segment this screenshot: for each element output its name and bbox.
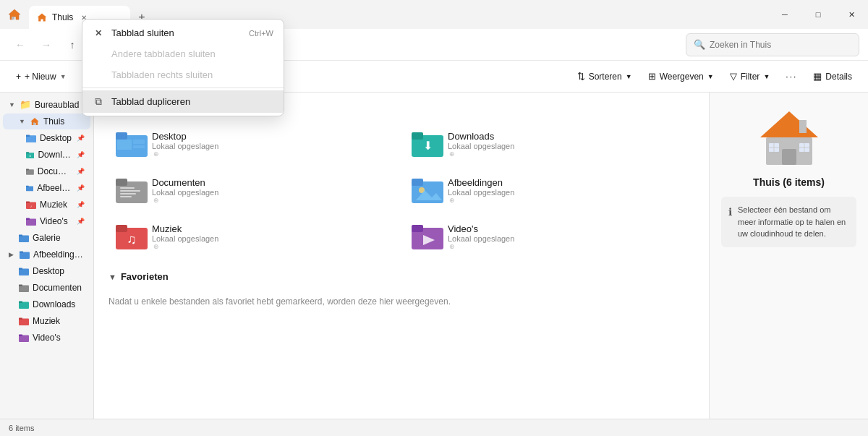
folder-videos-thumb — [412, 222, 441, 251]
filter-button[interactable]: ▽ Filter ▼ — [723, 67, 778, 85]
svg-rect-23 — [19, 235, 22, 237]
folder-purple2-icon — [19, 333, 29, 342]
sidebar-label: Desktop — [40, 133, 72, 143]
svg-rect-48 — [120, 193, 136, 195]
sidebar-item-music-pin[interactable]: ♪ Muziek 📌 — [3, 197, 90, 213]
folder-blue-icon — [26, 134, 36, 142]
folder-name: Desktop — [152, 131, 218, 142]
tab-label: Thuis — [52, 12, 73, 22]
details-label: Details — [825, 72, 852, 82]
sidebar-item-desktop2[interactable]: Desktop — [3, 263, 90, 279]
favorieten-section: ▼ Favorieten Nadat u enkele bestanden al… — [109, 271, 694, 312]
sidebar-item-documents-pin[interactable]: Documen… 📌 — [3, 163, 90, 179]
svg-rect-55 — [116, 225, 127, 232]
sidebar-item-desktop-pin[interactable]: Desktop 📌 — [3, 130, 90, 146]
menu-label-close-others: Andere tabbladen sluiten — [111, 48, 216, 59]
folder-gray-icon — [26, 167, 34, 176]
sidebar-item-music2[interactable]: Muziek — [3, 313, 90, 329]
folder-muziek[interactable]: ♫ Muziek Lokaal opgeslagen ⊕ — [109, 216, 399, 257]
menu-item-duplicate[interactable]: ⧉ Tabblad dupliceren — [82, 90, 284, 113]
svg-rect-63 — [799, 120, 807, 133]
svg-rect-33 — [19, 318, 22, 320]
details-button[interactable]: ▦ Details — [806, 67, 859, 85]
up-button[interactable]: ↑ — [61, 33, 84, 56]
menu-item-close-tab[interactable]: ✕ Tabblad sluiten Ctrl+W — [82, 22, 284, 43]
favorieten-header[interactable]: ▼ Favorieten — [109, 271, 694, 282]
svg-rect-58 — [412, 225, 423, 232]
context-menu: ✕ Tabblad sluiten Ctrl+W Andere tabblade… — [82, 19, 284, 116]
folder-red2-icon — [19, 317, 29, 325]
sidebar-item-downloads2[interactable]: Downloads — [3, 296, 90, 312]
more-button[interactable]: ··· — [778, 67, 804, 85]
folder-sub: Lokaal opgeslagen — [448, 234, 514, 243]
sidebar-item-videos-pin[interactable]: Video's 📌 — [3, 213, 90, 229]
svg-rect-38 — [117, 140, 132, 150]
svg-text:♫: ♫ — [127, 232, 137, 247]
search-icon: 🔍 — [694, 39, 705, 50]
sidebar-label: Galerie — [33, 233, 61, 243]
folder-documenten-info: Documenten Lokaal opgeslagen ⊕ — [152, 177, 218, 204]
folder-pin: ⊕ — [449, 197, 514, 204]
sidebar-item-bureaublad-group[interactable]: ▼ 📁 Bureaublad — [3, 96, 90, 113]
maximize-button[interactable]: □ — [801, 3, 835, 26]
minimize-button[interactable]: ─ — [768, 3, 801, 26]
sidebar-item-gallery[interactable]: Galerie — [3, 230, 90, 246]
sidebar-item-downloads-pin[interactable]: ⬇ Downloads 📌 — [3, 147, 90, 163]
view-button[interactable]: ⊞ Weergeven ▼ — [641, 67, 721, 85]
section-arrow-fav: ▼ — [109, 273, 116, 281]
filter-chevron: ▼ — [763, 73, 770, 80]
sidebar-label: Afbeelding… — [33, 249, 83, 260]
filter-label: Filter — [741, 72, 760, 82]
new-chevron: ▼ — [60, 73, 67, 80]
svg-rect-21 — [26, 218, 30, 221]
folder-afbeeldingen[interactable]: Afbeeldingen Lokaal opgeslagen ⊕ — [404, 170, 694, 210]
folder-pin: ⊕ — [153, 150, 218, 158]
folder-blue4-icon — [19, 267, 29, 275]
folder-sub: Lokaal opgeslagen — [152, 234, 218, 243]
menu-label-duplicate: Tabblad dupliceren — [111, 96, 190, 107]
svg-rect-45 — [116, 179, 127, 186]
sidebar-item-images-group[interactable]: ▶ Afbeelding… — [3, 247, 90, 262]
new-label: + Nieuw — [25, 72, 56, 82]
svg-rect-6 — [33, 122, 35, 125]
pin-icon: 📌 — [77, 184, 85, 192]
sidebar-item-images-pin[interactable]: Afbeelding… 📌 — [3, 180, 90, 196]
folder-name: Documenten — [152, 177, 218, 188]
folder-sub: Lokaal opgeslagen — [152, 142, 218, 150]
folder-videos[interactable]: Video's Lokaal opgeslagen ⊕ — [404, 216, 694, 257]
back-button[interactable]: ← — [9, 33, 32, 56]
svg-rect-62 — [782, 149, 796, 165]
status-bar: 6 items — [0, 419, 868, 436]
tab-home-icon — [36, 12, 48, 23]
status-label: 6 items — [9, 424, 34, 432]
search-input[interactable] — [710, 40, 851, 50]
svg-rect-18 — [26, 202, 30, 204]
folder-name: Downloads — [448, 131, 514, 142]
gallery-icon — [19, 234, 29, 242]
expand-arrow: ▶ — [9, 251, 16, 258]
folder-downloads[interactable]: ⬇ Downloads Lokaal opgeslagen ⊕ — [404, 124, 694, 164]
forward-button[interactable]: → — [35, 33, 58, 56]
sidebar: ▼ 📁 Bureaublad ▼ Thuis Desktop 📌 — [0, 93, 94, 419]
folder-pin: ⊕ — [449, 150, 514, 158]
favorieten-empty: Nadat u enkele bestanden als favoriet he… — [109, 291, 694, 312]
folder-name: Muziek — [152, 223, 218, 234]
house-illustration — [753, 107, 825, 165]
search-bar[interactable]: 🔍 — [686, 33, 859, 56]
sidebar-item-videos2[interactable]: Video's — [3, 330, 90, 346]
new-button[interactable]: + + Nieuw ▼ — [9, 68, 74, 85]
sidebar-item-documents2[interactable]: Documenten — [3, 280, 90, 296]
pin-icon: 📌 — [77, 134, 85, 142]
svg-rect-11 — [26, 152, 29, 153]
duplicate-icon: ⧉ — [93, 95, 104, 108]
folder-muziek-thumb: ♫ — [116, 222, 145, 251]
close-button[interactable]: ✕ — [835, 3, 868, 26]
expand-arrow: ▼ — [19, 118, 26, 125]
pin-icon: 📌 — [77, 151, 85, 158]
folder-documenten[interactable]: Documenten Lokaal opgeslagen ⊕ — [109, 170, 399, 210]
view-chevron: ▼ — [707, 73, 714, 80]
sidebar-item-thuis[interactable]: ▼ Thuis — [3, 114, 90, 129]
folder-desktop[interactable]: Desktop Lokaal opgeslagen ⊕ — [109, 124, 399, 164]
sort-button[interactable]: ⇅ Sorteren ▼ — [570, 67, 639, 85]
sidebar-label: Afbeelding… — [37, 183, 73, 193]
